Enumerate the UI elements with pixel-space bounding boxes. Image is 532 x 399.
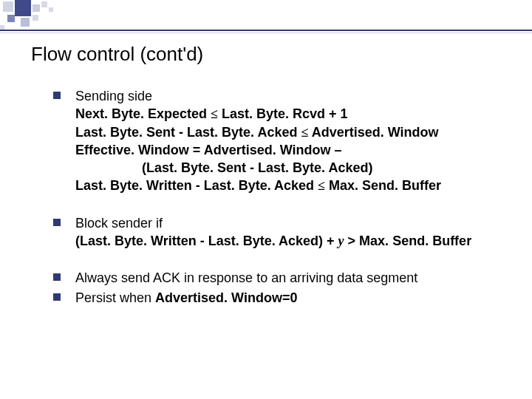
line: Block sender if — [75, 214, 502, 232]
slide: Flow control (cont'd) Sending side Next.… — [0, 0, 532, 399]
header-rule-light — [0, 33, 532, 33]
header-rule — [0, 30, 532, 31]
slide-body: Sending side Next. Byte. Expected ≤ Last… — [53, 87, 502, 308]
line: (Last. Byte. Sent - Last. Byte. Acked) — [75, 159, 502, 177]
line: Last. Byte. Sent - Last. Byte. Acked ≤ A… — [75, 123, 502, 141]
line: Sending side — [75, 87, 502, 105]
bullet-persist: Persist when Advertised. Window=0 — [53, 289, 502, 307]
bullet-group-tail: Always send ACK in response to an arrivi… — [53, 269, 502, 307]
slide-title: Flow control (cont'd) — [31, 43, 203, 66]
line: Effective. Window = Advertised. Window – — [75, 141, 502, 159]
line: Next. Byte. Expected ≤ Last. Byte. Rcvd … — [75, 105, 502, 123]
line: Persist when Advertised. Window=0 — [75, 289, 502, 307]
line: (Last. Byte. Written - Last. Byte. Acked… — [75, 232, 502, 250]
bullet-ack: Always send ACK in response to an arrivi… — [53, 269, 502, 287]
line: Last. Byte. Written - Last. Byte. Acked … — [75, 177, 502, 194]
line: Always send ACK in response to an arrivi… — [75, 269, 502, 287]
bullet-block-sender: Block sender if (Last. Byte. Written - L… — [53, 214, 502, 250]
corner-decoration — [0, 0, 103, 28]
bullet-sending-side: Sending side Next. Byte. Expected ≤ Last… — [53, 87, 502, 195]
